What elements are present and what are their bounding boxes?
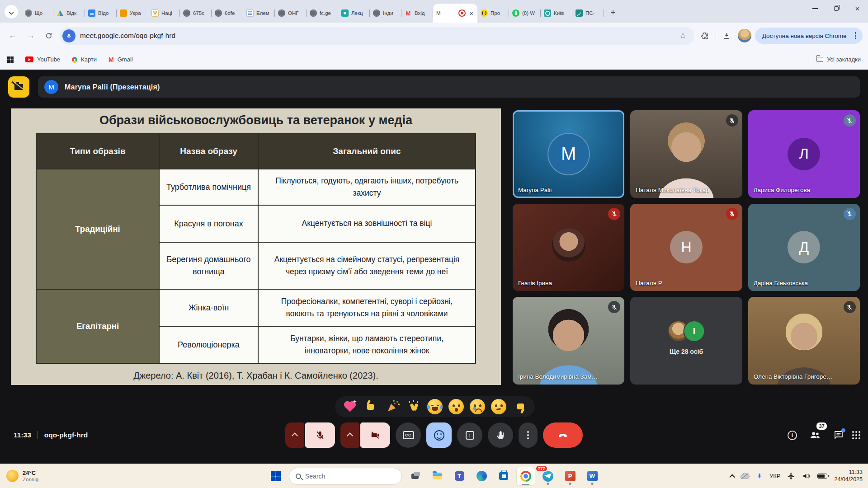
onedrive-paused-icon[interactable] (740, 473, 750, 479)
tab-4[interactable]: Наці (148, 4, 180, 23)
bookmark-star-icon[interactable]: ☆ (677, 31, 689, 41)
tab-label: Київ (554, 10, 569, 16)
apps-shortcut-button[interactable] (7, 56, 14, 63)
address-bar[interactable]: meet.google.com/oqo-pkgf-hrd ☆ (60, 27, 694, 45)
start-button[interactable] (267, 467, 285, 485)
raise-hand-button[interactable] (488, 422, 513, 448)
store-button[interactable] (495, 467, 513, 485)
language-indicator[interactable]: УКР (769, 473, 781, 479)
mic-options-button[interactable] (285, 422, 304, 448)
profile-avatar[interactable] (738, 29, 751, 42)
sparkling-heart-icon[interactable] (342, 399, 358, 414)
taskbar-clock[interactable]: 11:33 24/04/2025 (834, 469, 863, 484)
teams-button[interactable]: T (450, 467, 468, 485)
tab-10[interactable]: Лекц (338, 4, 370, 23)
presentation-slide[interactable]: Образи військовослужбовиць та ветеранок … (11, 108, 501, 385)
clapping-hands-icon[interactable] (406, 399, 421, 414)
tab-9[interactable]: fc.ge (307, 4, 338, 23)
participant-tile-larysa[interactable]: Л Лариса Филоретова (748, 110, 860, 198)
edge-button[interactable] (472, 467, 491, 485)
thumbs-up-icon[interactable] (363, 399, 379, 414)
minimize-button[interactable] (804, 0, 826, 17)
weather-widget[interactable]: 24°C Zonnig (6, 469, 38, 483)
powerpoint-button[interactable]: P (561, 467, 579, 485)
participant-tile-olena[interactable]: Олена Вікторівна Григоре… (748, 297, 860, 385)
tab-11[interactable]: Інди (370, 4, 401, 23)
telegram-button[interactable]: 777 (539, 467, 557, 485)
participant-tile-darina[interactable]: Д Даріна Біньковська (748, 204, 860, 291)
all-bookmarks-button[interactable]: Усі закладки (816, 56, 861, 63)
party-popper-icon[interactable] (385, 399, 400, 414)
participant-tile-hnativ[interactable]: Гнатів Ірина (513, 204, 624, 291)
tab-1[interactable]: Відк (53, 4, 85, 23)
thumbs-down-icon[interactable] (512, 399, 528, 414)
participant-tile-iryna-v[interactable]: Ірина Володимирівна Зам… (513, 297, 624, 385)
taskbar-search-input[interactable] (305, 473, 382, 480)
tab-5[interactable]: 675c (180, 4, 212, 23)
present-button[interactable] (457, 422, 482, 448)
tab-8[interactable]: ОНГ (275, 4, 307, 23)
back-button[interactable]: ← (5, 28, 20, 43)
more-options-button[interactable] (519, 422, 538, 448)
file-explorer-button[interactable] (428, 467, 446, 485)
airplane-icon[interactable] (787, 472, 795, 480)
browser-menu-icon[interactable] (855, 35, 857, 37)
task-view-button[interactable] (406, 467, 424, 485)
bookmark-gmail[interactable]: MGmail (108, 56, 133, 63)
speaker-icon[interactable] (802, 472, 811, 480)
participant-tile-natalia-r[interactable]: Н Наталя Р (630, 204, 742, 291)
tab-17[interactable]: ПС- (572, 4, 604, 23)
mic-in-use-icon[interactable] (756, 473, 763, 480)
tab-close-icon[interactable]: × (468, 10, 474, 17)
word-button[interactable]: W (583, 467, 601, 485)
tab-7[interactable]: Елем (243, 4, 275, 23)
downloads-button[interactable] (720, 28, 734, 43)
taskbar-search[interactable] (289, 468, 402, 485)
tab-15[interactable]: (8) W (509, 4, 541, 23)
tab-12[interactable]: Вхід (401, 4, 433, 23)
tab-3[interactable]: Укра (117, 4, 148, 23)
tab-16[interactable]: Київ (541, 4, 572, 23)
camera-options-button[interactable] (340, 422, 359, 448)
tab-0[interactable]: Що (22, 4, 53, 23)
captions-button[interactable] (396, 422, 421, 448)
tab-6[interactable]: 6dfe (212, 4, 243, 23)
overflow-tile[interactable]: І Ще 28 осіб (630, 297, 742, 385)
participant-tile-maryna[interactable]: M Maryna Palii (513, 110, 624, 198)
crying-face-icon[interactable] (470, 399, 485, 414)
globe-icon (278, 9, 285, 17)
telegram-badge: 777 (535, 465, 548, 473)
reactions-button[interactable] (426, 422, 452, 448)
chrome-button[interactable] (517, 467, 535, 485)
chat-button[interactable] (833, 430, 844, 441)
tray-expand-icon[interactable] (729, 474, 735, 480)
camera-off-button[interactable] (360, 422, 390, 448)
bookmark-youtube[interactable]: YouTube (25, 56, 60, 63)
extensions-button[interactable] (698, 28, 712, 43)
avatar: Н (670, 231, 703, 263)
meeting-details-button[interactable] (788, 431, 797, 440)
leave-call-button[interactable] (543, 422, 583, 448)
participant-tile-tokar[interactable]: Наталя Миколаївна Токар (630, 110, 742, 198)
participants-button[interactable]: 37 (809, 429, 821, 441)
new-tab-button[interactable]: + (607, 6, 619, 19)
tab-14[interactable]: Про (477, 4, 509, 23)
bookmark-maps[interactable]: Карти (72, 56, 97, 63)
astonished-face-icon[interactable] (448, 399, 464, 414)
presentation-warning-button[interactable] (8, 76, 29, 98)
battery-icon[interactable] (817, 474, 827, 479)
face-with-tears-of-joy-icon[interactable] (427, 399, 443, 414)
forward-button[interactable]: → (24, 28, 38, 43)
chrome-update-button[interactable]: Доступна нова версія Chrome (755, 28, 863, 44)
tab-2[interactable]: Відо (85, 4, 117, 23)
thinking-face-icon[interactable] (491, 399, 506, 414)
reload-button[interactable] (42, 28, 56, 43)
tab-search-button[interactable] (5, 5, 18, 19)
restore-button[interactable] (826, 0, 847, 17)
mic-off-button[interactable] (305, 422, 335, 448)
tab-meet-active[interactable]: M× (433, 4, 477, 23)
mic-permission-icon[interactable] (62, 29, 75, 42)
building-blocked-icon (14, 84, 23, 90)
close-button[interactable]: × (847, 0, 868, 17)
tab-label: Лекц (351, 10, 367, 16)
